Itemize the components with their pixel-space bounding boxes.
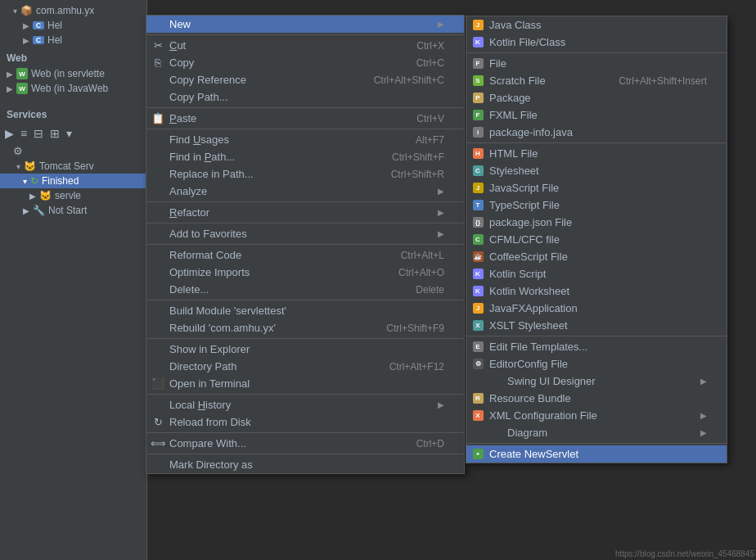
menu-item-copy-path[interactable]: Copy Path... [146,88,464,106]
menu-item-optimize-imports[interactable]: Optimize Imports Ctrl+Alt+O [146,264,464,281]
tree-item-hel2[interactable]: ▶ C Hel [0,33,146,47]
menu-label: Optimize Imports [169,266,250,278]
menu-label: Cut [169,39,186,52]
menu-item-cut[interactable]: ✂ Cut Ctrl+X [146,37,464,54]
menu-item-mark-directory[interactable]: Mark Directory as [146,456,464,473]
new-submenu: J Java Class K Kotlin File/Class F File … [466,16,727,463]
submenu-item-swing-ui[interactable]: Swing UI Designer ▶ [466,373,727,390]
submenu-item-resource-bundle[interactable]: R Resource Bundle [466,390,727,407]
service-item-notstart[interactable]: ▶ 🔧 Not Start [0,203,146,218]
cut-icon: ✂ [151,39,164,52]
js-icon: J [471,182,484,195]
tomcat-icon: 🐱 [24,160,36,172]
submenu-item-edit-templates[interactable]: E Edit File Templates... [466,338,727,355]
submenu-item-package-json[interactable]: {} package.json File [466,214,727,231]
menu-item-local-history[interactable]: Local History ▶ [146,396,464,413]
submenu-item-cfml[interactable]: C CFML/CFC file [466,231,727,248]
java-class-icon: J [471,19,484,32]
submenu-item-stylesheet[interactable]: C Stylesheet [466,162,727,179]
menu-label: Find Usages [169,133,229,146]
submenu-item-scratch[interactable]: S Scratch File Ctrl+Alt+Shift+Insert [466,72,727,89]
menu-item-replace-in-path[interactable]: Replace in Path... Ctrl+Shift+R [146,165,464,183]
menu-item-copy[interactable]: ⎘ Copy Ctrl+C [146,54,464,71]
submenu-item-create-servlet[interactable]: + Create NewServlet [466,445,727,463]
json-icon: {} [471,216,484,229]
toolbar-btn-3[interactable]: ⊞ [48,125,61,142]
menu-item-find-in-path[interactable]: Find in Path... Ctrl+Shift+F [146,148,464,165]
gear-icon: ⚙ [13,145,23,157]
submenu-item-java-class[interactable]: J Java Class [466,16,727,34]
menu-item-analyze[interactable]: Analyze ▶ [146,183,464,200]
submenu-label: Swing UI Designer [489,375,596,387]
submenu-item-coffeescript[interactable]: ☕ CoffeeScript File [466,248,727,265]
submenu-item-package[interactable]: P Package [466,89,727,106]
editor-config-icon: ⚙ [471,358,484,371]
submenu-item-kotlin-worksheet[interactable]: K Kotlin Worksheet [466,282,727,300]
submenu-item-diagram[interactable]: Diagram ▶ [466,424,727,441]
menu-item-dir-path[interactable]: Directory Path Ctrl+Alt+F12 [146,358,464,375]
submenu-arrow-icon: ▶ [438,20,444,29]
submenu-item-xml-config[interactable]: X XML Configuration File ▶ [466,407,727,424]
submenu-separator [466,443,727,444]
submenu-label: CoffeeScript File [489,251,568,263]
coffee-icon: ☕ [471,251,484,264]
play-button[interactable]: ▶ [3,125,16,142]
menu-item-reformat[interactable]: Reformat Code Ctrl+Alt+L [146,246,464,264]
toolbar-btn-2[interactable]: ⊟ [32,125,45,142]
submenu-item-javafx[interactable]: J JavaFXApplication [466,300,727,317]
submenu-item-html[interactable]: H HTML File [466,145,727,162]
menu-item-open-terminal[interactable]: ⬛ Open in Terminal [146,375,464,392]
submenu-item-kotlin-class[interactable]: K Kotlin File/Class [466,34,727,51]
menu-item-delete[interactable]: Delete... Delete [146,281,464,298]
shortcut-cut: Ctrl+X [416,40,444,52]
submenu-item-package-info[interactable]: i package-info.java [466,124,727,141]
arrow-icon: ▶ [23,206,29,215]
toolbar-btn-filter[interactable]: ▾ [65,125,74,142]
submenu-item-typescript[interactable]: T TypeScript File [466,196,727,214]
tree-item-package[interactable]: ▾ 📦 com.amhu.yx [0,3,146,18]
tree-item-hel1[interactable]: ▶ C Hel [0,18,146,33]
submenu-label: Scratch File [489,75,546,87]
web-item-1[interactable]: ▶ W Web (in servlette [0,66,146,81]
shortcut-find-usages: Alt+F7 [416,134,444,146]
submenu-item-fxml[interactable]: F FXML File [466,106,727,124]
arrow-icon: ▶ [23,36,29,45]
toolbar-btn-1[interactable]: ≡ [19,125,29,142]
service-item-servlet[interactable]: ▶ 🐱 servle [0,188,146,203]
menu-item-paste[interactable]: 📋 Paste Ctrl+V [146,110,464,127]
menu-item-show-explorer[interactable]: Show in Explorer [146,341,464,358]
submenu-separator [466,142,727,143]
menu-item-compare[interactable]: ⟺ Compare With... Ctrl+D [146,435,464,452]
resource-bundle-icon: R [471,392,484,405]
submenu-item-file[interactable]: F File [466,55,727,72]
submenu-item-javascript[interactable]: J JavaScript File [466,179,727,196]
menu-item-find-usages[interactable]: Find Usages Alt+F7 [146,131,464,148]
submenu-label: HTML File [489,147,538,160]
service-item-tomcat[interactable]: ▾ 🐱 Tomcat Serv [0,159,146,174]
shortcut-dir-path: Ctrl+Alt+F12 [389,361,444,373]
shortcut-replace: Ctrl+Shift+R [391,169,444,180]
menu-item-rebuild[interactable]: Rebuild 'com.amhu.yx' Ctrl+Shift+F9 [146,319,464,336]
menu-item-refactor[interactable]: Refactor ▶ [146,204,464,221]
menu-separator [146,129,464,129]
service-item-finished[interactable]: ▾ ↻ Finished [0,174,146,188]
menu-label: Open in Terminal [169,377,250,390]
notstart-icon: 🔧 [33,205,45,216]
menu-label: Mark Directory as [169,458,253,471]
submenu-label: Java Class [489,19,542,31]
menu-item-build-module[interactable]: Build Module 'servlettest' [146,302,464,319]
menu-separator [146,454,464,454]
submenu-item-xslt[interactable]: X XSLT Stylesheet [466,317,727,334]
menu-item-new[interactable]: New ▶ [146,16,464,33]
menu-item-add-favorites[interactable]: Add to Favorites ▶ [146,225,464,242]
menu-item-copy-reference[interactable]: Copy Reference Ctrl+Alt+Shift+C [146,71,464,88]
menu-item-reload[interactable]: ↻ Reload from Disk [146,413,464,431]
submenu-item-kotlin-script[interactable]: K Kotlin Script [466,265,727,282]
javafx-icon: J [471,302,484,315]
submenu-item-editor-config[interactable]: ⚙ EditorConfig File [466,355,727,373]
menu-label: Replace in Path... [169,168,254,180]
service-item-settings[interactable]: ⚙ [0,143,146,159]
submenu-label: XML Configuration File [489,409,597,422]
web-item-2[interactable]: ▶ W Web (in JavaWeb [0,81,146,96]
arrow-icon: ▶ [23,21,29,30]
